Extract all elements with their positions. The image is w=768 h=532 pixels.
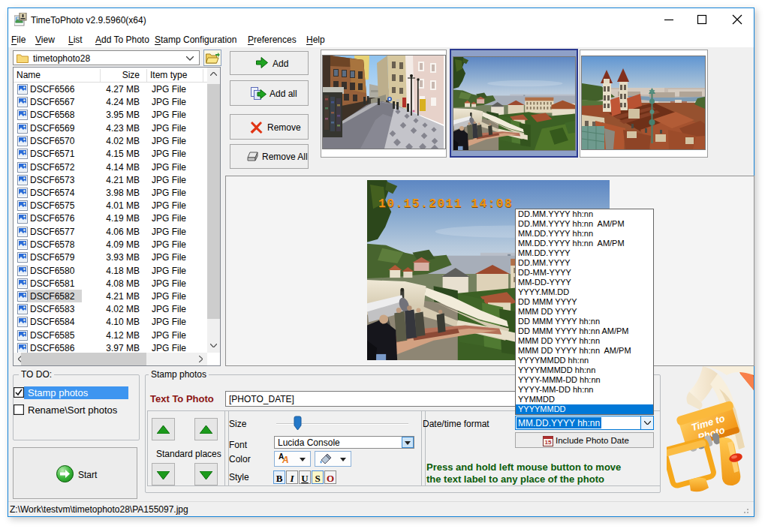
svg-text:15: 15 <box>545 439 552 446</box>
